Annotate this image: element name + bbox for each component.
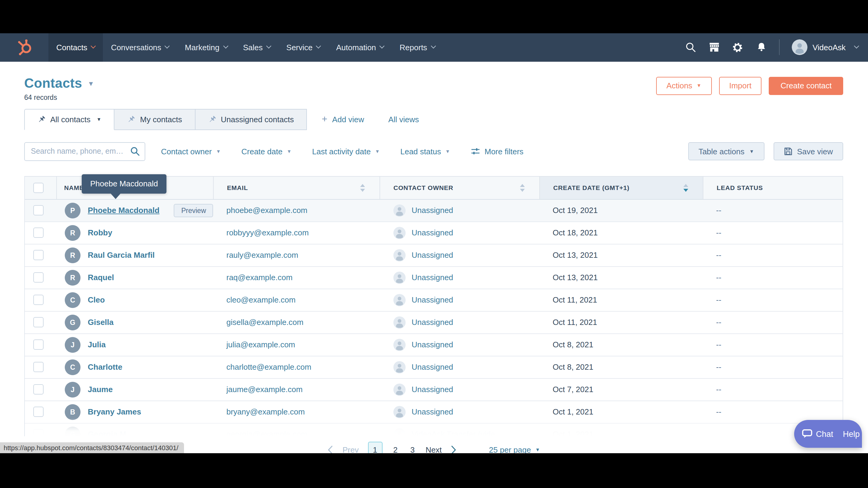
contact-owner-link[interactable]: Unassigned	[412, 251, 453, 260]
import-button[interactable]: Import	[719, 76, 762, 95]
sort-arrows-icon[interactable]	[360, 184, 365, 192]
contact-email-link[interactable]: gisella@example.com	[226, 318, 304, 327]
contact-owner-link[interactable]: Unassigned	[412, 318, 453, 327]
add-view-button[interactable]: + Add view	[322, 114, 364, 125]
contact-owner-link[interactable]: Unassigned	[412, 407, 453, 416]
search-icon[interactable]	[685, 42, 696, 53]
contact-name-link[interactable]: Cleo	[88, 295, 105, 304]
row-checkbox[interactable]	[33, 228, 43, 238]
tab-my-contacts[interactable]: My contacts	[115, 108, 195, 130]
column-header-date[interactable]: CREATE DATE (GMT+1)	[539, 176, 703, 199]
contact-name-link[interactable]: Bryany James	[88, 407, 141, 416]
chevron-right-icon[interactable]	[451, 445, 457, 453]
table-row[interactable]: CCharlottecharlotte@example.comUnassigne…	[25, 356, 843, 379]
row-checkbox[interactable]	[33, 362, 43, 372]
column-header-owner[interactable]: CONTACT OWNER	[379, 176, 539, 199]
contact-owner-link[interactable]: VideoAsk Transfer (vide	[412, 430, 495, 436]
chat-button[interactable]: Chat	[794, 420, 839, 448]
search-icon[interactable]	[130, 146, 140, 156]
table-row[interactable]: BBryany Jamesbryany@example.comUnassigne…	[25, 401, 843, 423]
contact-email-link[interactable]: julia@example.com	[226, 340, 295, 349]
contact-email-link[interactable]: bryany@example.com	[226, 407, 305, 416]
contact-owner-link[interactable]: Unassigned	[412, 385, 453, 394]
contact-name-link[interactable]: Charlotte	[88, 362, 122, 371]
contact-owner-link[interactable]: Unassigned	[412, 206, 453, 215]
contact-name-link[interactable]: Robby	[88, 228, 112, 237]
account-menu[interactable]: VideoAsk	[792, 40, 858, 55]
table-row[interactable]: GGisellagisella@example.comUnassignedOct…	[25, 311, 843, 334]
page-button-3[interactable]: 3	[409, 445, 416, 453]
table-row[interactable]: PPhoebe MacdonaldPreviewphoebe@example.c…	[25, 199, 843, 222]
table-row[interactable]: RRaquelraq@example.comUnassignedOct 13, …	[25, 266, 843, 289]
filter-last-activity-date[interactable]: Last activity date▼	[312, 147, 380, 156]
filter-contact-owner[interactable]: Contact owner▼	[161, 147, 221, 156]
contact-email-link[interactable]: jaume@example.com	[226, 385, 303, 394]
nav-item-reports[interactable]: Reports	[392, 33, 443, 61]
contact-email-link[interactable]: charlotte@example.com	[226, 362, 311, 371]
sort-arrows-icon[interactable]	[683, 184, 688, 192]
contact-email-link[interactable]: georgia@example.com	[226, 430, 308, 436]
tab-unassigned-contacts[interactable]: Unassigned contacts	[195, 108, 307, 130]
help-button[interactable]: Help	[839, 429, 862, 438]
table-row[interactable]: GGeorgia Mgeorgia@example.comVideoAsk Tr…	[25, 423, 843, 436]
row-checkbox[interactable]	[33, 384, 43, 394]
contact-email-link[interactable]: raq@example.com	[226, 273, 293, 282]
select-all-checkbox[interactable]	[33, 183, 43, 193]
contact-name-link[interactable]: Phoebe Macdonald	[88, 206, 159, 215]
settings-icon[interactable]	[732, 42, 744, 53]
notifications-icon[interactable]	[756, 42, 767, 53]
nav-item-service[interactable]: Service	[278, 33, 329, 61]
all-views-link[interactable]: All views	[388, 115, 419, 124]
page-button-1[interactable]: 1	[368, 442, 382, 453]
row-checkbox[interactable]	[33, 429, 43, 436]
contact-owner-link[interactable]: Unassigned	[412, 295, 453, 304]
row-checkbox[interactable]	[33, 406, 43, 417]
row-checkbox[interactable]	[33, 295, 43, 305]
search-input[interactable]	[24, 142, 145, 161]
contact-owner-link[interactable]: Unassigned	[412, 273, 453, 282]
nav-item-marketing[interactable]: Marketing	[177, 33, 235, 61]
row-checkbox[interactable]	[33, 272, 43, 283]
more-filters-button[interactable]: More filters	[471, 147, 524, 156]
filter-create-date[interactable]: Create date▼	[242, 147, 292, 156]
page-button-2[interactable]: 2	[391, 445, 399, 453]
table-row[interactable]: JJuliajulia@example.comUnassignedOct 8, …	[25, 334, 843, 356]
actions-button[interactable]: Actions ▼	[656, 76, 712, 95]
contact-email-link[interactable]: rauly@example.com	[226, 251, 298, 260]
tab-all-contacts[interactable]: All contacts▼	[24, 108, 115, 130]
column-header-lead[interactable]: LEAD STATUS	[703, 176, 843, 199]
contact-name-link[interactable]: Julia	[88, 340, 105, 349]
hubspot-logo-icon[interactable]	[0, 33, 49, 61]
contact-owner-link[interactable]: Unassigned	[412, 228, 453, 237]
contact-email-link[interactable]: robbyyy@example.com	[226, 228, 309, 237]
preview-button[interactable]: Preview	[174, 204, 213, 217]
sort-arrows-icon[interactable]	[520, 184, 525, 192]
row-checkbox[interactable]	[33, 205, 43, 216]
contact-name-link[interactable]: Gisella	[88, 318, 114, 327]
row-checkbox[interactable]	[33, 250, 43, 260]
table-row[interactable]: RRobbyrobbyyy@example.comUnassignedOct 1…	[25, 222, 843, 244]
contact-email-link[interactable]: cleo@example.com	[226, 295, 296, 304]
nav-item-contacts[interactable]: Contacts	[49, 33, 103, 61]
row-checkbox[interactable]	[33, 317, 43, 327]
table-row[interactable]: JJaumejaume@example.comUnassignedOct 7, …	[25, 379, 843, 401]
row-checkbox[interactable]	[33, 339, 43, 350]
contact-owner-link[interactable]: Unassigned	[412, 340, 453, 349]
save-view-button[interactable]: Save view	[774, 142, 843, 160]
table-row[interactable]: RRaul Garcia Marfilrauly@example.comUnas…	[25, 244, 843, 266]
chevron-left-icon[interactable]	[328, 445, 334, 453]
table-row[interactable]: CCleocleo@example.comUnassignedOct 11, 2…	[25, 289, 843, 311]
nav-item-sales[interactable]: Sales	[235, 33, 278, 61]
contact-email-link[interactable]: phoebe@example.com	[226, 206, 308, 215]
marketplace-icon[interactable]	[709, 42, 720, 53]
nav-item-conversations[interactable]: Conversations	[103, 33, 177, 61]
per-page-dropdown[interactable]: 25 per page▼	[489, 445, 540, 453]
nav-item-automation[interactable]: Automation	[329, 33, 392, 61]
contact-name-link[interactable]: Jaume	[88, 385, 113, 394]
contact-owner-link[interactable]: Unassigned	[412, 362, 453, 371]
contact-name-link[interactable]: Raquel	[88, 273, 114, 282]
next-button[interactable]: Next	[426, 445, 441, 453]
contact-name-link[interactable]: Raul Garcia Marfil	[88, 251, 155, 260]
create-contact-button[interactable]: Create contact	[769, 76, 843, 95]
page-title[interactable]: Contacts	[24, 75, 82, 91]
